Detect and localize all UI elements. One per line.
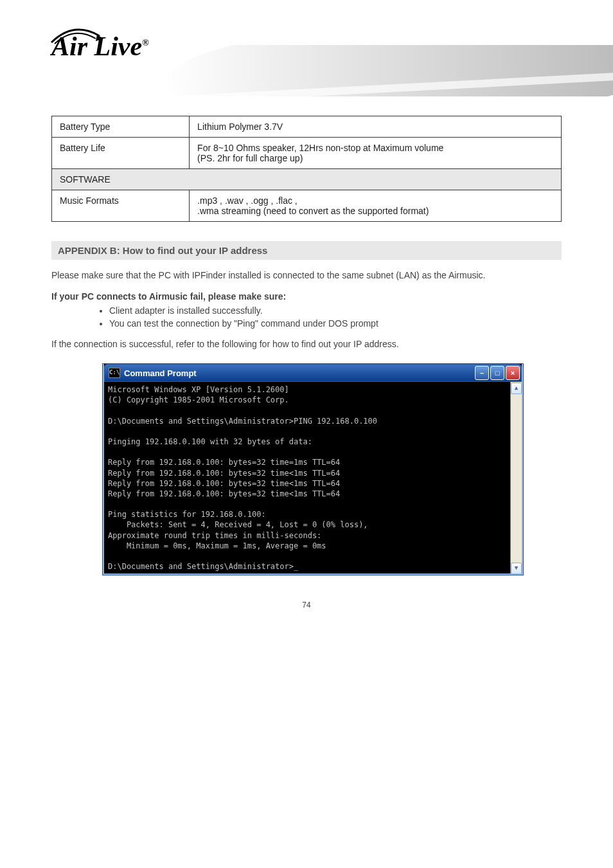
appendix-para3: If the connection is successful, refer t… [51,338,562,351]
table-row: Battery TypeLithium Polymer 3.7V [52,116,562,138]
page-header: Air Live® [51,26,562,96]
appendix-para2: If your PC connects to Airmusic fail, pl… [51,291,562,302]
cmd-title: Command Prompt [124,368,197,378]
table-cell: SOFTWARE [52,169,562,190]
scroll-up-button[interactable]: ▲ [511,383,522,394]
brand-logo: Air Live® [51,31,149,62]
table-row: Music Formats.mp3 , .wav , .ogg , .flac … [52,190,562,222]
command-prompt-window: C:\ Command Prompt – □ × Microsoft Windo… [103,364,523,575]
cmd-output: Microsoft Windows XP [Version 5.1.2600] … [104,382,522,574]
cmd-titlebar: C:\ Command Prompt – □ × [104,364,522,382]
maximize-button[interactable]: □ [490,366,504,380]
page-number: 74 [51,601,562,610]
list-item: You can test the connection by "Ping" co… [109,318,562,329]
cmd-icon: C:\ [109,368,120,378]
table-cell: Battery Life [52,138,190,169]
close-button[interactable]: × [506,366,520,380]
spec-table: Battery TypeLithium Polymer 3.7VBattery … [51,116,562,222]
table-cell: For 8~10 Ohms speaker, 12Hrs non-stop at… [190,138,562,169]
table-cell: .mp3 , .wav , .ogg , .flac , .wma stream… [190,190,562,222]
minimize-button[interactable]: – [475,366,489,380]
table-cell: Lithium Polymer 3.7V [190,116,562,138]
appendix-para1: Please make sure that the PC with IPFind… [51,269,562,282]
list-item: Client adapter is installed successfully… [109,305,562,316]
table-cell: Battery Type [52,116,190,138]
table-cell: Music Formats [52,190,190,222]
table-row: SOFTWARE [52,169,562,190]
logo-text: Air Live® [51,32,149,61]
cmd-scrollbar[interactable]: ▲▼ [510,382,522,574]
header-swoosh [163,45,613,96]
appendix-heading: APPENDIX B: How to find out your IP addr… [51,241,562,260]
appendix-bullets: Client adapter is installed successfully… [109,305,562,329]
scroll-down-button[interactable]: ▼ [511,563,522,574]
table-row: Battery LifeFor 8~10 Ohms speaker, 12Hrs… [52,138,562,169]
